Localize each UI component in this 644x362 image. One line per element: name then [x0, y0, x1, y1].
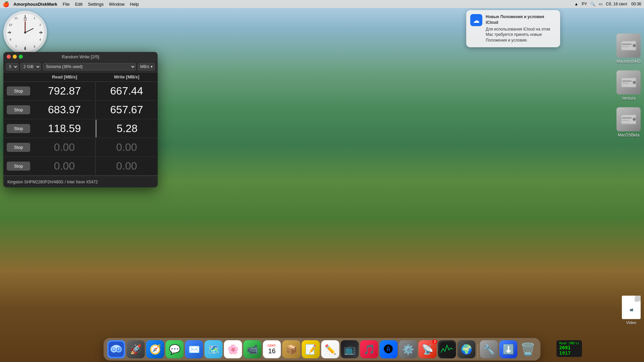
header-read: Read [MB/s] [34, 74, 96, 79]
notification-text: Новые Положения и условия iCloud Для исп… [486, 14, 556, 43]
notes-icon: 📝 [305, 344, 317, 355]
dock-notes[interactable]: 📝 [302, 340, 320, 358]
stop-button-2[interactable]: Stop [7, 105, 30, 114]
unit-label: MB/s [140, 64, 149, 69]
search-icon[interactable]: 🔍 [590, 2, 595, 6]
svg-text:1: 1 [34, 16, 35, 20]
svg-text:6: 6 [24, 47, 26, 51]
menu-help[interactable]: Help [130, 2, 139, 7]
macintoshhd-icon [616, 34, 641, 58]
header-write: Write [MB/s] [96, 74, 158, 79]
dock-utilities[interactable]: 🔧 [480, 340, 498, 358]
svg-text:11: 11 [14, 16, 18, 20]
dock-maps[interactable]: 🗺️ [205, 340, 223, 358]
stop-button-5[interactable]: Stop [7, 162, 30, 171]
svg-text:📹: 📹 [630, 308, 634, 312]
dock-sysprefs[interactable]: ⚙️ [399, 340, 417, 358]
read-value-4: 0.00 [34, 138, 96, 156]
stop-cell-2: Stop [3, 103, 34, 117]
stop-button-3[interactable]: Stop [7, 124, 30, 133]
stop-cell-3: Stop [3, 121, 34, 136]
menu-edit[interactable]: Edit [75, 2, 83, 7]
table-row: Stop 0.00 0.00 [3, 138, 158, 157]
menu-file[interactable]: File [63, 2, 70, 7]
svg-text:10: 10 [9, 23, 12, 26]
trash-icon: 🗑️ [520, 342, 535, 356]
dock-music[interactable]: 🎵 [360, 340, 378, 358]
dock-keka[interactable]: 📦 [282, 340, 301, 358]
icloud-notification[interactable]: ☁ Новые Положения и условия iCloud Для и… [466, 10, 560, 47]
dock-trash[interactable]: 🗑️ [519, 340, 537, 358]
app-menu-name[interactable]: AmorphousDiskMark [13, 2, 57, 7]
menu-settings[interactable]: Settings [88, 2, 104, 7]
svg-text:8: 8 [9, 38, 11, 41]
minimize-button[interactable] [13, 55, 17, 59]
svg-point-20 [24, 32, 26, 34]
desktop-icon-macosbeta[interactable]: MacOSBeta [616, 107, 641, 137]
battery-icon: ▭ [599, 2, 602, 6]
close-button[interactable] [7, 55, 11, 59]
toolbar: 5 2 GiB Sonoma (36% used) MB/s ▾ [3, 61, 158, 72]
stop-button-1[interactable]: Stop [7, 86, 30, 96]
maximize-button[interactable] [19, 55, 23, 59]
svg-text:5: 5 [34, 45, 35, 48]
dock-launchpad[interactable]: 🚀 [127, 340, 145, 358]
menu-window[interactable]: Window [109, 2, 124, 7]
dock-safari[interactable]: 🧭 [146, 340, 164, 358]
dock-photos[interactable]: 🌸 [224, 340, 242, 358]
dock-activity-monitor[interactable] [438, 340, 456, 358]
icloud-icon: ☁ [470, 14, 482, 26]
traffic-lights [7, 55, 23, 59]
notification-body: Для использования iCloud на этом Mac тре… [486, 26, 556, 43]
dock-downloads[interactable]: ⬇️ [499, 340, 518, 358]
py-icon: PY [582, 2, 587, 6]
dock-mail[interactable]: ✉️ [185, 340, 203, 358]
svg-rect-25 [622, 44, 632, 45]
desktop-icon-macintoshhd[interactable]: MacintoshHD [616, 34, 641, 64]
dock-worldclock[interactable]: 🌍 [458, 340, 476, 358]
svg-text:3: 3 [40, 31, 42, 35]
facetime-icon: 📹 [247, 344, 258, 355]
messages-icon: 💬 [169, 344, 180, 355]
calendar-month: CENT. [267, 344, 276, 347]
dock-facetime[interactable]: 📹 [244, 340, 262, 358]
table-row: Stop 0.00 0.00 [3, 157, 158, 176]
svg-text:7: 7 [15, 45, 17, 48]
svg-rect-37 [622, 117, 632, 119]
downloads-icon: ⬇️ [502, 344, 514, 355]
dock-freeform[interactable]: ✏️ [321, 340, 339, 358]
stop-button-4[interactable]: Stop [7, 143, 30, 152]
dock-calendar[interactable]: CENT. 16 [263, 340, 281, 358]
menubar-items: File Edit Settings Window Help [63, 2, 139, 7]
dock-finder[interactable] [107, 340, 125, 358]
apple-menu[interactable]: 🍎 [3, 1, 9, 7]
count-select[interactable]: 5 [6, 63, 18, 70]
device-bar: Kingston SHPM2280P2H/480G / Intel Xeon X… [3, 176, 158, 187]
video-file-icon[interactable]: 📹 Video [622, 296, 641, 325]
dock-appstore[interactable]: 🅐 [380, 340, 398, 358]
clock-widget: 12 6 9 3 1 2 4 5 11 10 8 7 [3, 11, 47, 54]
size-select[interactable]: 2 GiB [20, 63, 41, 70]
mail-icon: ✉️ [188, 344, 200, 355]
keka-icon: 📦 [285, 344, 297, 355]
svg-marker-40 [635, 297, 640, 302]
svg-rect-31 [622, 80, 632, 82]
disk-select[interactable]: Sonoma (36% used) [43, 63, 136, 70]
dock-messages[interactable]: 💬 [166, 340, 184, 358]
unit-selector[interactable]: MB/s ▾ [138, 63, 155, 70]
stop-cell-1: Stop [3, 84, 34, 98]
widget-read-value: 2691 [559, 345, 579, 350]
svg-rect-39 [623, 297, 640, 318]
appstore-icon: 🅐 [384, 344, 393, 355]
desktop-icon-ventura[interactable]: Ventura [616, 70, 641, 101]
safari-icon: 🧭 [149, 344, 161, 355]
dock-appletv[interactable]: 📺 [341, 340, 359, 358]
dock-screencast[interactable]: 📡 2 [419, 340, 437, 358]
wifi-icon: ▲ [574, 2, 578, 6]
stop-cell-5: Stop [3, 159, 34, 173]
dock-separator [478, 344, 478, 358]
table-header: Read [MB/s] Write [MB/s] [3, 72, 158, 82]
macosbeta-icon [616, 107, 641, 131]
svg-text:4: 4 [39, 38, 41, 41]
video-label: Video [626, 320, 636, 325]
